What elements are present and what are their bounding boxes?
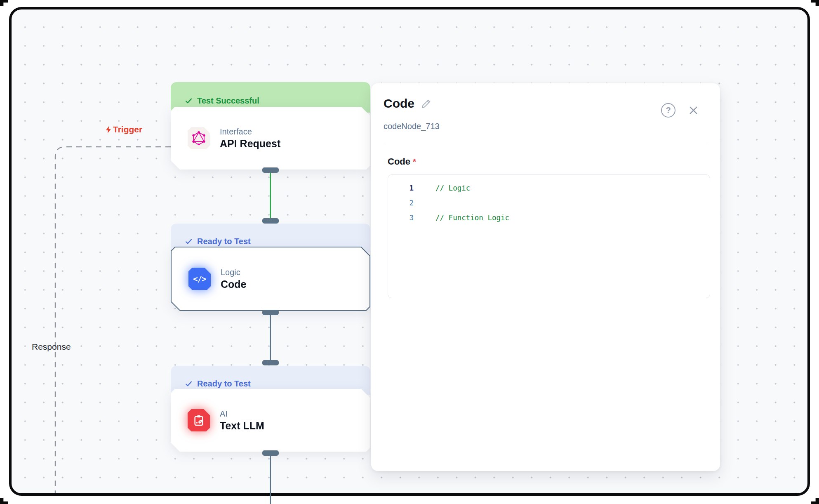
code-line: 3 // Function Logic: [388, 210, 710, 225]
connection-handle[interactable]: [262, 167, 279, 173]
node-status-text: Ready to Test: [197, 379, 251, 389]
node-category: Logic: [221, 268, 247, 277]
line-number: 3: [388, 214, 414, 222]
node-category: Interface: [220, 127, 280, 137]
connection-handle[interactable]: [262, 310, 279, 315]
code-editor[interactable]: 1 // Logic 2 3 // Function Logic: [388, 174, 710, 298]
trigger-label: Trigger: [105, 125, 142, 134]
node-api-request[interactable]: Test Successful: [171, 82, 370, 170]
node-title: API Request: [220, 138, 280, 150]
code-line-text: // Function Logic: [435, 214, 509, 222]
connection-handle[interactable]: [262, 218, 279, 224]
panel-title: Code: [384, 97, 414, 110]
code-icon: </>: [188, 268, 211, 290]
check-icon: [185, 380, 193, 388]
node-status-text: Test Successful: [197, 96, 259, 106]
code-glyph: </>: [193, 274, 206, 283]
node-card-api-request[interactable]: Interface API Request: [171, 107, 370, 170]
node-status-text: Ready to Test: [197, 237, 251, 246]
required-marker: *: [413, 157, 416, 166]
code-line: 2: [388, 195, 710, 210]
help-icon[interactable]: ?: [661, 103, 675, 118]
code-line: 1 // Logic: [388, 181, 710, 195]
line-number: 1: [388, 184, 414, 192]
node-config-panel: Code ? codeNode_713 C: [371, 83, 720, 471]
code-line-text: // Logic: [435, 184, 470, 192]
trigger-label-text: Trigger: [113, 125, 142, 134]
node-title: Code: [221, 278, 247, 290]
edit-pencil-icon[interactable]: [420, 97, 433, 110]
check-icon: [185, 238, 193, 245]
node-card-text-llm[interactable]: AI Text LLM: [171, 389, 370, 452]
graphql-icon: [188, 127, 210, 149]
check-icon: [185, 97, 193, 105]
node-card-code[interactable]: </> Logic Code: [171, 247, 370, 311]
connection-handle[interactable]: [262, 360, 279, 365]
clipboard-pen-icon: [188, 409, 210, 431]
close-icon[interactable]: [687, 104, 699, 117]
connector-line-success: [270, 172, 271, 219]
node-text-llm[interactable]: Ready to Test AI Text LLM: [171, 366, 370, 452]
node-category: AI: [220, 409, 264, 419]
connector-line-exit: [270, 455, 271, 504]
response-label: Response: [32, 342, 71, 352]
line-number: 2: [388, 199, 414, 207]
lightning-bolt-icon: [105, 125, 113, 134]
node-code[interactable]: Ready to Test </> Logic Code: [171, 224, 370, 311]
code-field-label: Code: [388, 156, 410, 167]
connector-line: [270, 314, 271, 361]
node-id: codeNode_713: [384, 122, 708, 131]
node-title: Text LLM: [220, 420, 264, 432]
